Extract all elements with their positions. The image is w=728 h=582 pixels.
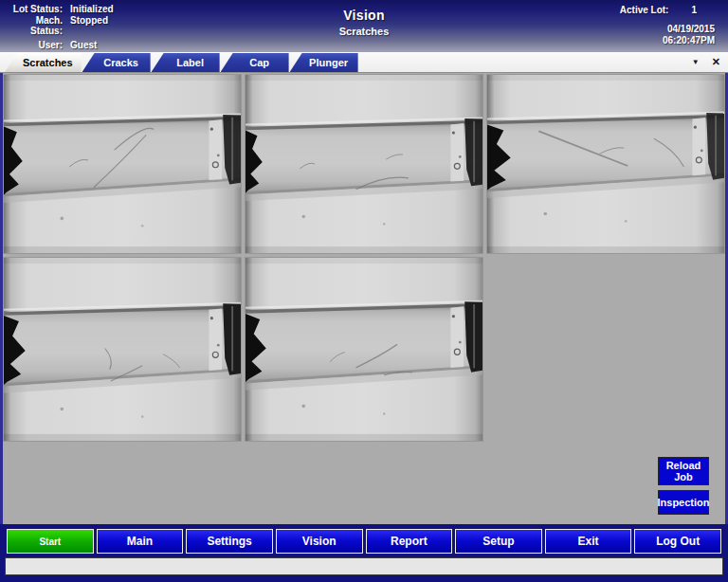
inspection-button[interactable]: Inspection xyxy=(658,490,709,515)
report-button[interactable]: Report xyxy=(366,529,453,554)
tab-cap[interactable]: Cap xyxy=(221,53,289,72)
user-value: Guest xyxy=(70,40,97,50)
status-bar xyxy=(5,557,723,575)
header: Lot Status: Initialized Mach. Status: St… xyxy=(0,0,728,52)
setup-button[interactable]: Setup xyxy=(455,529,542,554)
user-label: User: xyxy=(2,40,63,50)
tab-list-dropdown-icon[interactable]: ▼ xyxy=(692,58,700,66)
start-button[interactable]: Start xyxy=(7,529,94,554)
camera-image-1 xyxy=(3,74,242,254)
exit-button[interactable]: Exit xyxy=(545,529,632,554)
active-lot-label: Active Lot: xyxy=(620,5,669,15)
tab-plunger[interactable]: Plunger xyxy=(290,53,358,72)
camera-image-4 xyxy=(3,257,242,442)
tab-strip: Scratches Cracks Label Cap Plunger ▼ ✕ xyxy=(0,52,728,73)
vision-button[interactable]: Vision xyxy=(276,529,363,554)
footer: Start Main Settings Vision Report Setup … xyxy=(0,524,728,582)
settings-button[interactable]: Settings xyxy=(186,529,273,554)
side-action-buttons: Reload Job Inspection xyxy=(658,457,709,515)
logout-button[interactable]: Log Out xyxy=(634,529,721,554)
main-content: Reload Job Inspection xyxy=(3,73,725,524)
vision-app-window: Lot Status: Initialized Mach. Status: St… xyxy=(0,0,728,582)
lot-datetime-block: Active Lot: 1 04/19/2015 06:20:47PM xyxy=(620,5,722,46)
active-lot-row: Active Lot: 1 xyxy=(620,5,722,15)
user-row: User: Guest xyxy=(2,40,114,50)
camera-image-3 xyxy=(486,74,725,254)
camera-image-grid xyxy=(3,74,725,442)
active-lot-value: 1 xyxy=(691,5,697,15)
close-icon[interactable]: ✕ xyxy=(712,56,720,68)
tab-label[interactable]: Label xyxy=(152,53,220,72)
reload-job-button[interactable]: Reload Job xyxy=(658,457,709,485)
bottom-nav-bar: Start Main Settings Vision Report Setup … xyxy=(0,524,728,554)
time-value: 06:20:47PM xyxy=(620,35,715,46)
date-value: 04/19/2015 xyxy=(620,24,715,35)
datetime-block: 04/19/2015 06:20:47PM xyxy=(620,24,722,46)
tab-strip-controls: ▼ ✕ xyxy=(692,56,720,68)
camera-image-2 xyxy=(245,74,483,254)
camera-image-5 xyxy=(245,257,483,442)
tab-scratches[interactable]: Scratches xyxy=(5,53,82,72)
tab-cracks[interactable]: Cracks xyxy=(82,53,151,72)
main-button[interactable]: Main xyxy=(97,529,184,554)
